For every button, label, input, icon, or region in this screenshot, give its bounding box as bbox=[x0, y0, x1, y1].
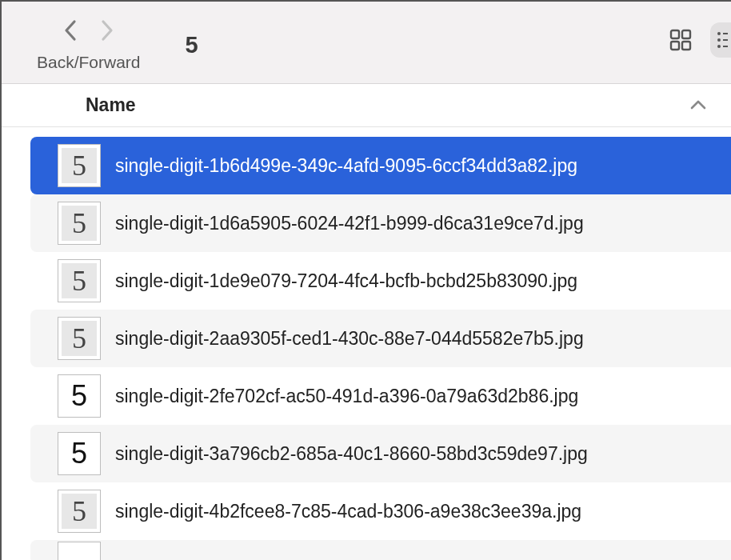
file-row[interactable]: 5single-digit-4b2fcee8-7c85-4cad-b306-a9… bbox=[30, 482, 731, 540]
file-name: single-digit-2aa9305f-ced1-430c-88e7-044… bbox=[115, 328, 584, 350]
back-button[interactable] bbox=[63, 19, 78, 42]
file-thumbnail: 5 bbox=[58, 490, 101, 533]
file-row[interactable]: 5single-digit-2aa9305f-ced1-430c-88e7-04… bbox=[30, 310, 731, 367]
file-name: single-digit-1de9e079-7204-4fc4-bcfb-bcb… bbox=[115, 270, 577, 292]
svg-rect-0 bbox=[671, 30, 679, 38]
file-thumbnail: 5 bbox=[58, 259, 101, 302]
file-name: single-digit-1d6a5905-6024-42f1-b999-d6c… bbox=[115, 213, 584, 234]
list-view-button[interactable] bbox=[710, 22, 731, 58]
file-row[interactable]: 5single-digit-1d6a5905-6024-42f1-b999-d6… bbox=[30, 194, 731, 252]
sort-ascending-icon bbox=[689, 98, 707, 114]
column-header-label: Name bbox=[86, 94, 136, 116]
svg-point-4 bbox=[717, 32, 721, 35]
forward-button[interactable] bbox=[100, 19, 114, 42]
file-row[interactable]: 5single-digit-1b6d499e-349c-4afd-9095-6c… bbox=[30, 137, 731, 194]
svg-point-6 bbox=[717, 45, 721, 48]
file-name: single-digit-1b6d499e-349c-4afd-9095-6cc… bbox=[115, 155, 577, 177]
file-row[interactable]: 5single-digit-1de9e079-7204-4fc4-bcfb-bc… bbox=[30, 252, 731, 310]
svg-rect-2 bbox=[671, 42, 679, 50]
file-name: single-digit-2fe702cf-ac50-491d-a396-0a7… bbox=[115, 386, 578, 407]
file-thumbnail bbox=[58, 542, 101, 560]
file-thumbnail: 5 bbox=[58, 202, 101, 245]
file-row[interactable]: 5single-digit-2fe702cf-ac50-491d-a396-0a… bbox=[30, 367, 731, 425]
file-thumbnail: 5 bbox=[58, 317, 101, 360]
toolbar: Back/Forward 5 bbox=[2, 2, 731, 84]
file-list: 5single-digit-1b6d499e-349c-4afd-9095-6c… bbox=[2, 127, 731, 560]
svg-rect-1 bbox=[682, 30, 690, 38]
svg-rect-3 bbox=[682, 42, 690, 50]
file-row[interactable]: 5single-digit-3a796cb2-685a-40c1-8660-58… bbox=[30, 425, 731, 482]
column-header-name[interactable]: Name bbox=[2, 84, 731, 127]
back-forward-group: Back/Forward bbox=[37, 19, 141, 72]
back-forward-label: Back/Forward bbox=[37, 53, 141, 72]
file-name: single-digit-3a796cb2-685a-40c1-8660-58b… bbox=[115, 443, 588, 465]
svg-point-5 bbox=[717, 38, 721, 42]
file-name: single-digit-4b2fcee8-7c85-4cad-b306-a9e… bbox=[115, 501, 581, 522]
file-row[interactable] bbox=[30, 540, 731, 560]
file-thumbnail: 5 bbox=[58, 432, 101, 475]
window-title: 5 bbox=[186, 32, 198, 58]
file-thumbnail: 5 bbox=[58, 374, 101, 418]
file-thumbnail: 5 bbox=[58, 144, 101, 187]
icon-view-button[interactable] bbox=[669, 28, 693, 52]
